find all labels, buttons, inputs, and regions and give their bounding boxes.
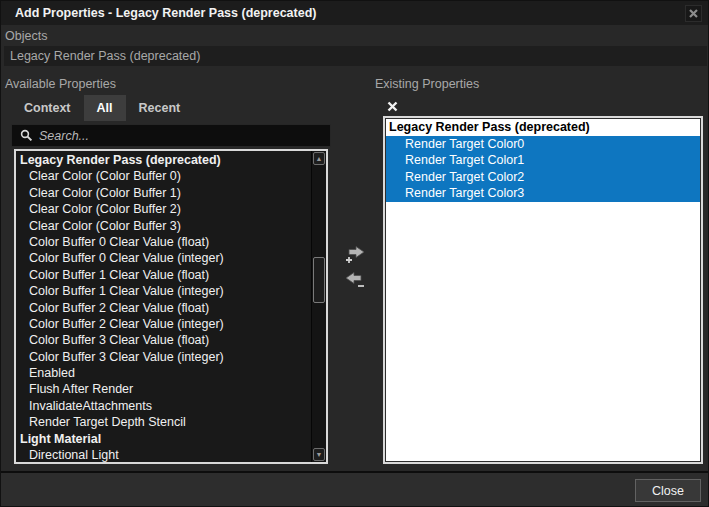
available-property-item[interactable]: Color Buffer 0 Clear Value (integer) — [18, 250, 310, 266]
available-group-header[interactable]: Legacy Render Pass (deprecated) — [18, 152, 310, 168]
available-property-item[interactable]: Color Buffer 1 Clear Value (float) — [18, 267, 310, 283]
available-property-item[interactable]: Color Buffer 0 Clear Value (float) — [18, 234, 310, 250]
existing-property-item[interactable]: Render Target Color2 — [386, 169, 700, 185]
add-property-button[interactable] — [342, 243, 368, 266]
available-property-item[interactable]: Render Target Depth Stencil — [18, 414, 310, 430]
available-property-item[interactable]: Color Buffer 3 Clear Value (integer) — [18, 349, 310, 365]
existing-properties-label: Existing Properties — [375, 77, 479, 91]
available-property-item[interactable]: Clear Color (Color Buffer 3) — [18, 218, 310, 234]
close-icon — [689, 9, 698, 18]
scroll-down-icon[interactable]: ▼ — [313, 448, 325, 461]
existing-property-item[interactable]: Render Target Color0 — [386, 136, 700, 152]
close-button[interactable]: Close — [635, 479, 701, 502]
existing-group-header[interactable]: Legacy Render Pass (deprecated) — [386, 119, 700, 136]
available-property-item[interactable]: Color Buffer 2 Clear Value (float) — [18, 300, 310, 316]
footer: Close — [1, 473, 709, 507]
search-icon — [20, 129, 33, 142]
available-group-header[interactable]: Light Material — [18, 431, 310, 447]
available-property-item[interactable]: InvalidateAttachments — [18, 398, 310, 414]
dialog-close-button[interactable] — [685, 5, 702, 22]
remove-selected-button[interactable] — [384, 98, 400, 114]
objects-selected-row[interactable]: Legacy Render Pass (deprecated) — [4, 46, 707, 66]
tab-context[interactable]: Context — [11, 95, 84, 121]
objects-selected-label: Legacy Render Pass (deprecated) — [10, 49, 200, 63]
available-property-item[interactable]: Directional Light — [18, 447, 310, 463]
available-property-item[interactable]: Clear Color (Color Buffer 2) — [18, 201, 310, 217]
add-properties-dialog: Add Properties - Legacy Render Pass (dep… — [0, 0, 709, 507]
tab-bar: ContextAllRecent — [11, 95, 193, 121]
available-property-item[interactable]: Clear Color (Color Buffer 1) — [18, 185, 310, 201]
existing-list-rows: Legacy Render Pass (deprecated)Render Ta… — [386, 119, 700, 202]
scroll-up-icon[interactable]: ▲ — [313, 152, 325, 165]
existing-property-item[interactable]: Render Target Color3 — [386, 185, 700, 201]
add-arrow-icon — [342, 243, 368, 266]
scrollbar-thumb[interactable] — [313, 257, 325, 303]
available-list-scrollbar[interactable]: ▲ ▼ — [311, 151, 326, 462]
available-property-item[interactable]: Color Buffer 3 Clear Value (float) — [18, 332, 310, 348]
remove-arrow-icon — [342, 269, 368, 292]
available-list[interactable]: Legacy Render Pass (deprecated)Clear Col… — [14, 149, 328, 464]
search-box[interactable] — [11, 124, 331, 147]
search-input[interactable] — [39, 129, 330, 143]
available-list-rows: Legacy Render Pass (deprecated)Clear Col… — [18, 152, 310, 463]
remove-property-button[interactable] — [342, 269, 368, 292]
available-property-item[interactable]: Flush After Render — [18, 381, 310, 397]
existing-property-item[interactable]: Render Target Color1 — [386, 152, 700, 168]
tab-all[interactable]: All — [84, 95, 126, 121]
dialog-titlebar[interactable]: Add Properties - Legacy Render Pass (dep… — [1, 1, 709, 25]
available-property-item[interactable]: Color Buffer 1 Clear Value (integer) — [18, 283, 310, 299]
available-property-item[interactable]: Color Buffer 2 Clear Value (integer) — [18, 316, 310, 332]
available-properties-label: Available Properties — [5, 77, 116, 91]
tab-recent[interactable]: Recent — [126, 95, 194, 121]
available-property-item[interactable]: Clear Color (Color Buffer 0) — [18, 168, 310, 184]
objects-label: Objects — [5, 29, 47, 43]
dialog-title: Add Properties - Legacy Render Pass (dep… — [15, 1, 316, 25]
x-icon — [387, 101, 398, 112]
existing-list[interactable]: Legacy Render Pass (deprecated)Render Ta… — [383, 116, 703, 464]
available-property-item[interactable]: Enabled — [18, 365, 310, 381]
